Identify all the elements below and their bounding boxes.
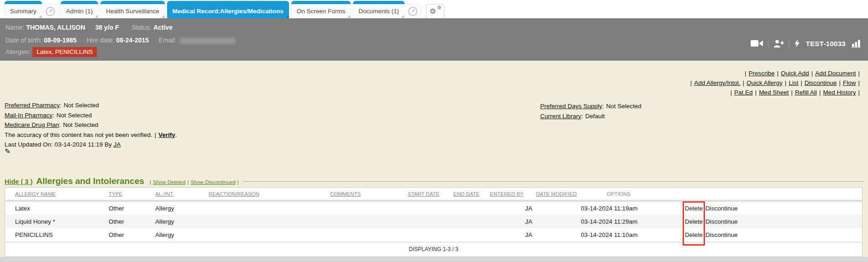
verify-link[interactable]: Verify (158, 131, 175, 138)
refill-all-link[interactable]: Refill All (795, 89, 817, 96)
column-header-reaction-reason[interactable]: REACTION/REASON (209, 188, 330, 201)
allergies-table: ALLERGY NAME TYPE AL./INT. REACTION/REAS… (5, 187, 863, 257)
allergy-name-cell: Latex (5, 201, 109, 215)
allergy-name-cell: PENICILLINS (5, 228, 109, 242)
add-person-icon[interactable] (773, 40, 784, 47)
allergies-section-header: Hide ( 3 ) Allergies and Intolerances Sh… (5, 176, 863, 186)
column-header-start-date[interactable]: START DATE (408, 188, 453, 201)
separator (741, 79, 747, 86)
colon (581, 113, 583, 120)
discontinue-link[interactable]: Discontinue (705, 231, 738, 238)
column-header-allergy-name[interactable]: ALLERGY NAME (5, 188, 109, 201)
last-updated-user-link[interactable]: JA (113, 141, 121, 148)
action-links-row-2: Add Allergy/Intol.Quick AllergyListDisco… (688, 78, 862, 88)
preferred-pharmacy-row: Preferred PharmacyNot Selected (5, 100, 177, 110)
add-allergy-intol-link[interactable]: Add Allergy/Intol. (694, 79, 740, 86)
patient-toolbar: TEST-10033 (751, 39, 862, 47)
show-discontinued-link[interactable]: Show Discontinued (190, 179, 235, 185)
hire-date-label: Hire date: (87, 37, 115, 44)
accuracy-text: The accuracy of this content has not yet… (5, 131, 152, 138)
accuracy-row: The accuracy of this content has not yet… (5, 130, 177, 140)
dob-label: Date of birth: (5, 37, 42, 44)
med-history-link[interactable]: Med History (823, 89, 856, 96)
delete-link[interactable]: Delete (685, 218, 703, 225)
tab-medical-record-allergies-medications[interactable]: Medical Record:Allergies/Medications (167, 1, 289, 18)
pat-ed-link[interactable]: Pat.Ed (734, 89, 753, 96)
separator (856, 89, 862, 96)
current-library-link[interactable]: Current Library (540, 113, 581, 120)
separator (798, 79, 805, 86)
allergies-badge[interactable]: Latex, PENICILLINS (32, 47, 97, 57)
tab-label: Health Surveillance (106, 8, 159, 15)
mail-in-pharmacy-value: Not Selected (57, 112, 92, 119)
mail-in-pharmacy-link[interactable]: Mail-In Pharmacy (5, 112, 53, 119)
separator (836, 79, 843, 86)
patient-allergies-row: Allergies: Latex, PENICILLINS (5, 47, 863, 57)
separator (789, 89, 795, 96)
tab-documents[interactable]: Documents (1) (353, 1, 405, 18)
table-header-row: ALLERGY NAME TYPE AL./INT. REACTION/REAS… (5, 188, 862, 201)
column-header-comments[interactable]: COMMENTS (330, 188, 408, 201)
date-modified-cell: 03-14-2024 11:29am (536, 215, 607, 228)
entered-by-cell: JA (490, 215, 536, 228)
delete-link[interactable]: Delete (685, 205, 703, 212)
horizontal-scrollbar[interactable] (0, 257, 868, 262)
tab-on-screen-forms[interactable]: On Screen Forms (291, 1, 351, 18)
tab-admin[interactable]: Admin (1) (61, 1, 99, 18)
patient-name: THOMAS, ALLISON (26, 24, 85, 31)
comments-cell (330, 228, 408, 242)
quick-add-link[interactable]: Quick Add (781, 70, 809, 77)
al-int-cell: Allergy (155, 201, 209, 215)
tab-label: Medical Record:Allergies/Medications (173, 8, 284, 15)
patient-name-row: Name: THOMAS, ALLISON 38 y/o F Status: A… (5, 21, 863, 33)
preferred-pharmacy-link[interactable]: Preferred Pharmacy (5, 102, 60, 109)
horizontal-rule (243, 181, 863, 182)
patient-dob: 08-09-1985 (44, 37, 77, 44)
tab-summary[interactable]: Summary (5, 1, 42, 18)
gear-icon: ⚙ (430, 8, 436, 15)
list-link[interactable]: List (789, 79, 798, 86)
type-cell: Other (109, 215, 155, 228)
quick-allergy-link[interactable]: Quick Allergy (747, 79, 783, 86)
discontinue-link[interactable]: Discontinue (705, 205, 738, 212)
column-header-type[interactable]: TYPE (109, 188, 155, 201)
settings-button[interactable]: ⚙ ⚙ (426, 4, 444, 19)
action-links-row-1: PrescribeQuick AddAdd Document (688, 68, 862, 78)
med-sheet-link[interactable]: Med Sheet (759, 89, 789, 96)
column-header-date-modified[interactable]: DATE MODIFIED (536, 188, 607, 201)
table-row-liquid-honey: Liquid Honey * Other Allergy JA 03-14-20… (5, 215, 862, 228)
action-links-row-3: Pat.EdMed SheetRefill AllMed History (688, 88, 862, 97)
comments-cell (330, 201, 408, 215)
delete-link[interactable]: Delete (685, 231, 703, 238)
bar-chart-icon[interactable] (852, 40, 862, 47)
column-header-al-int[interactable]: AL./INT. (155, 188, 209, 201)
lightning-bolt-icon[interactable] (794, 39, 800, 47)
column-header-end-date[interactable]: END DATE (453, 188, 490, 201)
separator (783, 79, 789, 86)
edit-pencil-icon[interactable]: ✎ (5, 147, 11, 156)
tab-label: Admin (1) (66, 8, 93, 15)
discontinue-link[interactable]: Discontinue (705, 218, 738, 225)
flow-link[interactable]: Flow (843, 79, 856, 86)
separator (817, 89, 823, 96)
preferred-days-supply-link[interactable]: Preferred Days Supply (540, 103, 602, 110)
add-document-link[interactable]: Add Document (815, 70, 856, 77)
discontinue-link[interactable]: Discontinue (805, 79, 837, 86)
documents-popout-button[interactable]: ↗ (405, 4, 421, 18)
patient-header-bar: Name: THOMAS, ALLISON 38 y/o F Status: A… (0, 18, 868, 61)
colon (602, 103, 604, 110)
summary-popout-button[interactable]: ↗ (42, 4, 58, 18)
patient-age-sex: 38 y/o F (95, 24, 119, 31)
tab-bar: Summary ↗ Admin (1) Health Surveillance … (0, 0, 868, 18)
options-cell: DeleteDiscontinue (607, 201, 862, 215)
divider (768, 40, 768, 47)
date-modified-cell: 03-14-2024 11:10am (536, 228, 607, 242)
video-camera-icon[interactable] (751, 40, 763, 47)
tab-health-surveillance[interactable]: Health Surveillance (100, 1, 164, 18)
column-header-entered-by[interactable]: ENTERED BY (490, 188, 536, 201)
prescribe-link[interactable]: Prescribe (749, 70, 775, 77)
show-deleted-link[interactable]: Show Deleted (153, 179, 186, 185)
medicare-drug-plan-link[interactable]: Medicare Drug Plan (5, 121, 59, 128)
hide-section-link[interactable]: Hide ( 3 ) (5, 178, 32, 185)
gear-icon-small: ⚙ (437, 5, 442, 10)
